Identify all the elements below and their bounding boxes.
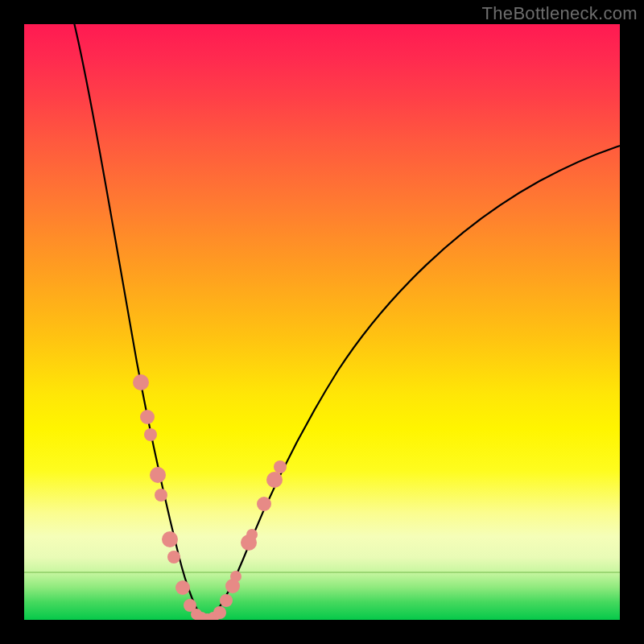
svg-point-0 <box>133 374 149 390</box>
svg-point-16 <box>230 571 242 582</box>
curve-left-branch <box>72 24 203 618</box>
svg-point-18 <box>246 529 258 540</box>
svg-point-13 <box>213 606 226 619</box>
svg-point-3 <box>150 467 166 483</box>
svg-point-19 <box>257 497 271 511</box>
highlight-markers-right <box>220 460 287 607</box>
highlight-markers-bottom <box>195 606 226 620</box>
chart-svg <box>24 24 620 620</box>
svg-point-4 <box>155 489 167 502</box>
svg-point-7 <box>175 580 190 595</box>
watermark-text: TheBottleneck.com <box>482 3 638 24</box>
svg-point-5 <box>162 531 178 547</box>
svg-point-14 <box>220 594 233 607</box>
plot-area <box>24 24 620 620</box>
svg-point-2 <box>144 428 157 441</box>
svg-point-6 <box>167 551 180 564</box>
svg-point-21 <box>274 460 287 473</box>
svg-point-1 <box>140 410 155 424</box>
svg-point-20 <box>266 472 283 488</box>
curve-right-branch <box>211 143 620 618</box>
highlight-markers-left <box>133 374 202 620</box>
chart-frame: TheBottleneck.com <box>0 0 644 644</box>
